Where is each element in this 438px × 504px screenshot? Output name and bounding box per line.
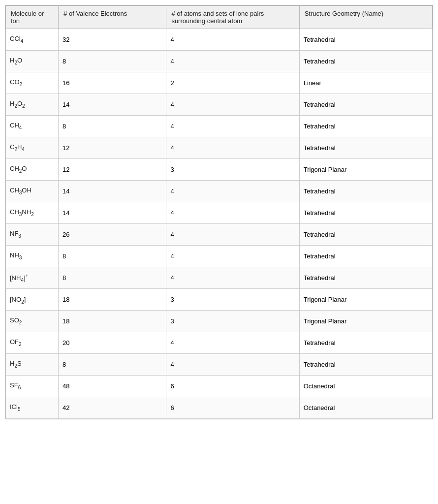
atoms-input[interactable] — [166, 181, 299, 202]
atoms-input[interactable] — [166, 224, 299, 245]
geometry-input[interactable] — [300, 137, 432, 158]
valence-cell[interactable] — [59, 224, 166, 246]
atoms-input[interactable] — [166, 51, 299, 72]
valence-cell[interactable] — [59, 246, 166, 267]
atoms-cell[interactable] — [166, 289, 299, 311]
atoms-input[interactable] — [166, 202, 299, 223]
valence-cell[interactable] — [59, 159, 166, 181]
geometry-input[interactable] — [300, 51, 432, 72]
geometry-cell[interactable] — [299, 332, 432, 354]
atoms-cell[interactable] — [166, 51, 299, 72]
atoms-cell[interactable] — [166, 72, 299, 94]
atoms-input[interactable] — [166, 267, 299, 288]
geometry-cell[interactable] — [299, 137, 432, 159]
geometry-input[interactable] — [300, 116, 432, 137]
valence-input[interactable] — [59, 116, 166, 137]
valence-input[interactable] — [59, 72, 166, 94]
valence-input[interactable] — [59, 289, 166, 310]
atoms-cell[interactable] — [166, 332, 299, 354]
atoms-input[interactable] — [166, 354, 299, 375]
geometry-input[interactable] — [300, 289, 432, 310]
atoms-cell[interactable] — [166, 354, 299, 376]
valence-input[interactable] — [59, 224, 166, 245]
valence-cell[interactable] — [59, 202, 166, 224]
geometry-input[interactable] — [300, 332, 432, 353]
atoms-input[interactable] — [166, 116, 299, 137]
geometry-input[interactable] — [300, 94, 432, 115]
geometry-input[interactable] — [300, 29, 432, 50]
atoms-cell[interactable] — [166, 267, 299, 289]
atoms-input[interactable] — [166, 397, 299, 418]
valence-input[interactable] — [59, 137, 166, 158]
valence-cell[interactable] — [59, 289, 166, 311]
atoms-cell[interactable] — [166, 224, 299, 246]
valence-cell[interactable] — [59, 72, 166, 94]
atoms-cell[interactable] — [166, 397, 299, 419]
valence-input[interactable] — [59, 397, 166, 418]
atoms-cell[interactable] — [166, 116, 299, 137]
atoms-input[interactable] — [166, 159, 299, 180]
atoms-input[interactable] — [166, 94, 299, 115]
valence-input[interactable] — [59, 159, 166, 180]
valence-input[interactable] — [59, 332, 166, 353]
valence-input[interactable] — [59, 246, 166, 267]
geometry-cell[interactable] — [299, 51, 432, 72]
valence-input[interactable] — [59, 376, 166, 397]
valence-cell[interactable] — [59, 181, 166, 202]
atoms-input[interactable] — [166, 72, 299, 94]
valence-input[interactable] — [59, 267, 166, 288]
geometry-cell[interactable] — [299, 246, 432, 267]
atoms-input[interactable] — [166, 289, 299, 310]
geometry-cell[interactable] — [299, 397, 432, 419]
atoms-cell[interactable] — [166, 29, 299, 51]
valence-cell[interactable] — [59, 354, 166, 376]
atoms-cell[interactable] — [166, 376, 299, 397]
valence-cell[interactable] — [59, 397, 166, 419]
valence-cell[interactable] — [59, 29, 166, 51]
atoms-cell[interactable] — [166, 94, 299, 116]
geometry-cell[interactable] — [299, 159, 432, 181]
geometry-input[interactable] — [300, 397, 432, 418]
atoms-cell[interactable] — [166, 181, 299, 202]
geometry-cell[interactable] — [299, 72, 432, 94]
valence-cell[interactable] — [59, 332, 166, 354]
geometry-cell[interactable] — [299, 94, 432, 116]
atoms-input[interactable] — [166, 376, 299, 397]
geometry-input[interactable] — [300, 72, 432, 94]
geometry-cell[interactable] — [299, 29, 432, 51]
geometry-input[interactable] — [300, 246, 432, 267]
valence-cell[interactable] — [59, 137, 166, 159]
valence-cell[interactable] — [59, 94, 166, 116]
valence-cell[interactable] — [59, 51, 166, 72]
geometry-input[interactable] — [300, 159, 432, 180]
geometry-cell[interactable] — [299, 311, 432, 332]
geometry-input[interactable] — [300, 376, 432, 397]
geometry-input[interactable] — [300, 181, 432, 202]
atoms-input[interactable] — [166, 246, 299, 267]
valence-input[interactable] — [59, 311, 166, 332]
geometry-cell[interactable] — [299, 267, 432, 289]
geometry-cell[interactable] — [299, 202, 432, 224]
valence-input[interactable] — [59, 354, 166, 375]
valence-input[interactable] — [59, 29, 166, 50]
geometry-input[interactable] — [300, 202, 432, 223]
valence-cell[interactable] — [59, 376, 166, 397]
geometry-input[interactable] — [300, 354, 432, 375]
atoms-cell[interactable] — [166, 246, 299, 267]
geometry-input[interactable] — [300, 311, 432, 332]
valence-cell[interactable] — [59, 311, 166, 332]
geometry-cell[interactable] — [299, 354, 432, 376]
geometry-cell[interactable] — [299, 181, 432, 202]
geometry-cell[interactable] — [299, 376, 432, 397]
valence-input[interactable] — [59, 51, 166, 72]
valence-input[interactable] — [59, 94, 166, 115]
valence-cell[interactable] — [59, 267, 166, 289]
atoms-cell[interactable] — [166, 137, 299, 159]
geometry-input[interactable] — [300, 267, 432, 288]
atoms-input[interactable] — [166, 332, 299, 353]
valence-cell[interactable] — [59, 116, 166, 137]
valence-input[interactable] — [59, 202, 166, 223]
atoms-input[interactable] — [166, 311, 299, 332]
atoms-input[interactable] — [166, 137, 299, 158]
atoms-cell[interactable] — [166, 159, 299, 181]
